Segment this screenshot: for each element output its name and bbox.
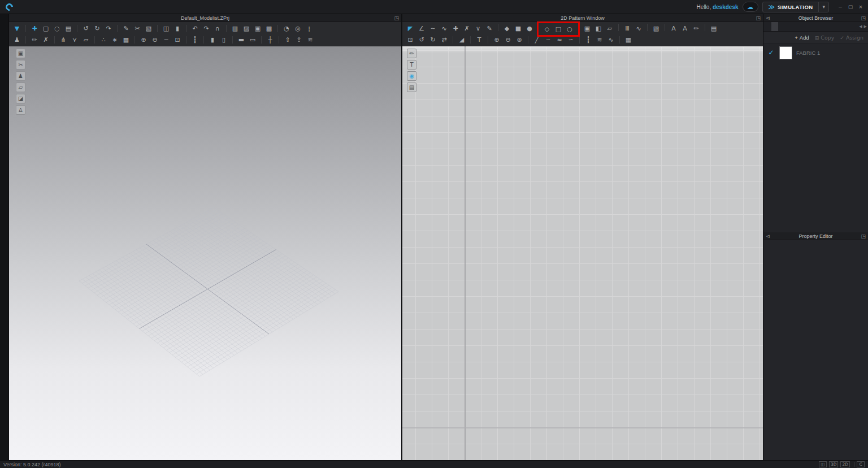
gather-tool[interactable]: ∿	[606, 35, 617, 45]
avatar-pose-tool[interactable]: ♟	[12, 35, 23, 45]
tab-scroll-right-icon[interactable]: ▶	[864, 24, 867, 29]
undock-icon[interactable]: ◳	[756, 14, 761, 22]
undock-icon[interactable]: ◳	[394, 14, 399, 22]
show-sewing-toggle[interactable]: ✂	[16, 60, 25, 70]
clo-set-cloud-button[interactable]: ☁	[743, 2, 758, 12]
tab-button[interactable]	[778, 22, 785, 31]
transform-pattern-tool[interactable]: ◤	[405, 24, 416, 33]
2d-pattern-canvas[interactable]: ✏T◉▤	[402, 46, 763, 460]
rectangle-pattern-tool[interactable]: ■	[513, 24, 524, 33]
fabric-list-item[interactable]: ✓FABRIC 1	[763, 44, 868, 61]
avatar-tape-tool[interactable]: ∩	[212, 24, 223, 33]
iron-tool[interactable]: ◢	[457, 35, 467, 45]
edit-pattern-tool[interactable]: ∠	[416, 24, 427, 33]
stitch-wave-tool[interactable]: ≋	[594, 35, 605, 45]
show-base-pattern-toggle[interactable]: ▤	[407, 83, 416, 92]
seam-allowance-tool[interactable]: ▱	[605, 24, 615, 33]
add-button[interactable]: + Add	[795, 34, 809, 41]
select-box-tool[interactable]: ▢	[41, 24, 51, 33]
username[interactable]: deskdesk	[713, 4, 739, 10]
binding-tool[interactable]: ▯	[219, 35, 229, 45]
polygon-pattern-tool[interactable]: ◆	[502, 24, 513, 33]
export-garment-tool[interactable]: ⇧	[283, 35, 293, 45]
tab-scene[interactable]	[765, 22, 771, 31]
free-sewing-tool[interactable]: ▧	[144, 24, 154, 33]
buttonhole-tool[interactable]: ⊖	[150, 35, 160, 45]
select-mesh-lasso-tool[interactable]: ◔	[281, 24, 292, 33]
zipper-lock-tool[interactable]: ⊡	[172, 35, 183, 45]
rearrange-tool[interactable]: ↷	[103, 24, 114, 33]
remove-topstitch-tool[interactable]: −	[161, 35, 172, 45]
tab-fabric[interactable]	[771, 22, 778, 31]
solidify-tool[interactable]: ▣	[253, 24, 263, 33]
button-tool[interactable]: ⊕	[138, 35, 149, 45]
select-move-tool[interactable]: ✚	[29, 24, 40, 33]
edit-sewing-tool[interactable]: ✎	[121, 24, 132, 33]
show-garment-toggle[interactable]: ▣	[16, 49, 25, 58]
quilt-grid-tool[interactable]: ▦	[121, 35, 132, 45]
show-garment-2d-toggle[interactable]: T	[407, 60, 416, 70]
zipper-tool[interactable]: ┇	[190, 35, 201, 45]
tab-scroll-left-icon[interactable]: ◀	[859, 24, 862, 29]
dart-tool[interactable]: ▣	[582, 24, 593, 33]
select-lasso-tool[interactable]: ◌	[52, 24, 63, 33]
magnifier-tool[interactable]: ◎	[293, 24, 303, 33]
show-avatar-toggle[interactable]: ♟	[16, 71, 25, 81]
pin-remove-tool[interactable]: ✗	[41, 35, 51, 45]
cut-sew-tool[interactable]: ∨	[473, 24, 484, 33]
button-place-tool[interactable]: ⊕	[492, 35, 502, 45]
steam-tool[interactable]: ≋	[305, 35, 316, 45]
print-layout-tool[interactable]: ▧	[651, 24, 662, 33]
tab-topstitch[interactable]	[792, 22, 798, 31]
unfold-tool[interactable]: ⊡	[405, 35, 416, 45]
layout-3d-button[interactable]: 3D	[829, 461, 839, 467]
avatar-rotate-right-tool[interactable]: ↷	[201, 24, 212, 33]
symmetric-paste-tool[interactable]: ⇄	[439, 35, 450, 45]
reset-2d-arrangement-selected-tool[interactable]: ↻	[92, 24, 103, 33]
undock-icon[interactable]: ◳	[861, 232, 866, 240]
align-center-tool[interactable]: ┼	[265, 35, 276, 45]
fill-grid-tool[interactable]: ▦	[623, 35, 634, 45]
show-shadow-toggle[interactable]: ◪	[16, 94, 25, 103]
internal-rectangle-tool[interactable]: □	[553, 24, 564, 34]
3d-viewport[interactable]: ▣✂♟▱◪♙	[9, 46, 401, 460]
quilt-tool[interactable]: ▩	[264, 24, 275, 33]
fur-brush-tool[interactable]: ∴	[98, 35, 109, 45]
pin-tool[interactable]: ✏	[29, 35, 40, 45]
activate-3d-garment-tool[interactable]: T	[474, 35, 485, 45]
internal-ellipse-tool[interactable]: ○	[565, 24, 575, 34]
pin-line-tool[interactable]: ¦	[304, 24, 315, 33]
dock-pin-icon[interactable]: ⊲	[766, 232, 770, 240]
export-pattern-tool[interactable]: ▤	[709, 24, 719, 33]
show-mannequin-toggle[interactable]: ♙	[16, 105, 25, 115]
pleats-tool[interactable]: Ⅲ	[622, 24, 633, 33]
pattern-annotation-tool[interactable]: A	[669, 24, 679, 33]
buttonhole-place-tool[interactable]: ⊖	[503, 35, 514, 45]
reset-2d-arrangement-all-tool[interactable]: ↺	[81, 24, 92, 33]
minimize-button[interactable]: −	[836, 3, 844, 11]
assign-button[interactable]: ✓ Assign	[840, 34, 863, 41]
sewing-texture-tool[interactable]: ▱	[81, 35, 92, 45]
ellipse-pattern-tool[interactable]: ●	[524, 24, 535, 33]
fabric-panel-tool[interactable]: ▭	[248, 35, 258, 45]
layer-clone-tool[interactable]: ▨	[241, 24, 252, 33]
zipper-2d-tool[interactable]: ┇	[583, 35, 594, 45]
flatten-garment-tool[interactable]: ▥	[230, 24, 241, 33]
undock-icon[interactable]: ◳	[861, 14, 866, 22]
tab-buttonhole[interactable]	[785, 22, 792, 31]
text-tool[interactable]: A	[680, 24, 691, 33]
dock-pin-icon[interactable]: ⊲	[766, 14, 770, 22]
upload-garment-tool[interactable]: ⇪	[294, 35, 305, 45]
add-point-split-tool[interactable]: ✚	[450, 24, 461, 33]
restore-button[interactable]: ▢	[847, 3, 854, 11]
simulate-tool[interactable]: ▼	[12, 24, 23, 33]
show-floor-toggle[interactable]: ▱	[16, 83, 25, 92]
fabric-strip-tool[interactable]: ▬	[236, 35, 247, 45]
fabric-swatch[interactable]	[779, 46, 792, 59]
layout-split-button[interactable]: ◫	[819, 461, 827, 467]
show-seamline-2d-toggle[interactable]: ✏	[407, 49, 416, 58]
edit-point-curve-tool[interactable]: ∼	[428, 24, 439, 33]
select-paste-tool[interactable]: ▤	[63, 24, 74, 33]
base-line-tool[interactable]: ◧	[593, 24, 604, 33]
button-fold-tool[interactable]: ⊛	[514, 35, 525, 45]
